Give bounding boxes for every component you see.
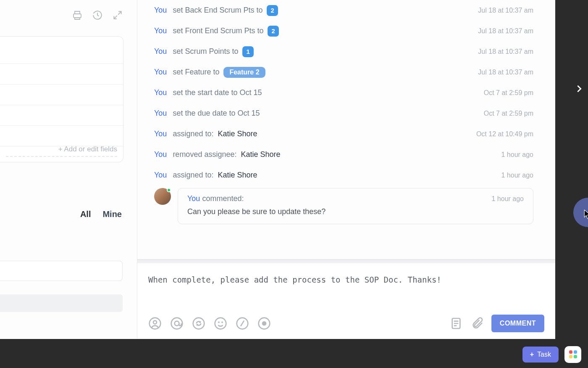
svg-point-4	[175, 321, 179, 326]
emoji-icon[interactable]	[214, 317, 227, 330]
assignee-name[interactable]: Katie Shore	[218, 130, 257, 138]
actor-link[interactable]: You	[154, 26, 167, 35]
value-badge: 2	[268, 26, 278, 37]
timestamp: Jul 18 at 10:37 am	[478, 27, 533, 35]
svg-point-8	[222, 322, 222, 323]
svg-point-5	[193, 318, 205, 329]
comment-composer: COMMENT	[137, 263, 555, 339]
activity-text: assigned to:	[173, 171, 213, 180]
assignee-name[interactable]: Katie Shore	[218, 171, 257, 180]
actor-link[interactable]: You	[154, 6, 167, 15]
activity-row: Youset Scrum Points to1Jul 18 at 10:37 a…	[137, 41, 555, 62]
svg-point-11	[262, 322, 266, 325]
sidebar-search-row[interactable]	[0, 261, 123, 281]
activity-row: Youset Back End Scrum Pts to2Jul 18 at 1…	[137, 0, 555, 21]
svg-point-2	[153, 320, 157, 324]
task-sidebar: + Add or edit fields All Mine	[0, 0, 137, 339]
sidebar-footer-bar	[0, 294, 123, 312]
actor-link[interactable]: You	[154, 47, 167, 56]
assignee-name[interactable]: Katie Shore	[241, 150, 280, 159]
plus-icon: +	[530, 351, 534, 358]
comment-input[interactable]	[148, 275, 544, 304]
comment-submit-button[interactable]: COMMENT	[491, 315, 544, 332]
field-row[interactable]	[0, 64, 123, 85]
actor-link[interactable]: You	[154, 171, 167, 180]
svg-rect-0	[74, 14, 81, 18]
activity-text: set Back End Scrum Pts to	[173, 6, 262, 15]
activity-row: Youset the due date to Oct 15Oct 7 at 2:…	[137, 103, 555, 124]
add-edit-fields-button[interactable]: + Add or edit fields	[6, 145, 117, 157]
attachment-tabs: All Mine	[0, 209, 122, 219]
timestamp: Oct 7 at 2:59 pm	[484, 110, 533, 117]
activity-text: set Scrum Points to	[173, 47, 238, 56]
actor-link[interactable]: You	[154, 68, 167, 77]
activity-row: Youassigned to: Katie ShoreOct 12 at 10:…	[137, 124, 555, 144]
cursor-pointer-icon	[584, 209, 588, 220]
global-bottom-bar: + Task	[0, 341, 588, 368]
activity-row: Youset Feature toFeature 2Jul 18 at 10:3…	[137, 62, 555, 82]
refresh-icon[interactable]	[192, 317, 205, 330]
svg-point-7	[218, 322, 219, 323]
timestamp: 1 hour ago	[491, 195, 524, 203]
activity-text: set Feature to	[173, 68, 219, 77]
record-icon[interactable]	[257, 317, 271, 330]
field-row[interactable]	[0, 85, 123, 105]
new-task-button[interactable]: + Task	[522, 347, 559, 363]
actor-link[interactable]: You	[154, 109, 167, 118]
value-badge: 2	[267, 5, 278, 16]
comment-card: You commented: 1 hour ago Can you please…	[154, 188, 533, 224]
activity-row: Youassigned to: Katie Shore1 hour ago	[137, 165, 555, 185]
mention-icon[interactable]	[170, 317, 184, 330]
actor-link[interactable]: You	[154, 130, 167, 138]
timestamp: 1 hour ago	[501, 151, 533, 159]
activity-text: set Front End Scrum Pts to	[173, 26, 263, 35]
actor-link[interactable]: You	[154, 88, 167, 97]
slash-command-icon[interactable]	[236, 317, 249, 330]
activity-text: set the start date to Oct 15	[173, 88, 262, 97]
activity-row: Youset Front End Scrum Pts to2Jul 18 at …	[137, 21, 555, 41]
composer-divider	[137, 259, 555, 263]
comment-body: Can you please be sure to update these?	[187, 207, 524, 216]
history-icon[interactable]	[91, 8, 104, 22]
svg-point-6	[215, 318, 226, 329]
document-icon[interactable]	[449, 317, 463, 330]
field-row[interactable]	[0, 126, 123, 146]
field-row[interactable]	[0, 105, 123, 126]
activity-text: assigned to:	[173, 130, 213, 138]
tab-all[interactable]: All	[80, 209, 91, 219]
timestamp: Jul 18 at 10:37 am	[478, 48, 533, 56]
assign-comment-icon[interactable]	[148, 317, 162, 330]
activity-row: Youset the start date to Oct 15Oct 7 at …	[137, 82, 555, 103]
actor-link[interactable]: You	[154, 150, 167, 159]
custom-fields-card: + Add or edit fields	[0, 36, 123, 162]
comment-label: commented:	[202, 194, 244, 203]
tab-mine[interactable]: Mine	[102, 209, 122, 219]
activity-row: Youremoved assignee: Katie Shore1 hour a…	[137, 144, 555, 165]
apps-button[interactable]	[564, 346, 581, 363]
activity-panel: Youset Back End Scrum Pts to2Jul 18 at 1…	[137, 0, 555, 339]
attachment-icon[interactable]	[470, 317, 484, 330]
timestamp: Jul 18 at 10:37 am	[478, 7, 533, 14]
field-row[interactable]	[0, 43, 123, 64]
presence-indicator	[167, 188, 171, 192]
next-task-button[interactable]	[570, 80, 588, 98]
value-pill: Feature 2	[223, 67, 265, 78]
cursor-highlight	[573, 198, 588, 227]
activity-text: removed assignee:	[173, 150, 236, 159]
timestamp: Oct 12 at 10:49 pm	[476, 130, 533, 138]
avatar[interactable]	[154, 188, 171, 205]
activity-text: set the due date to Oct 15	[173, 109, 260, 118]
timestamp: 1 hour ago	[501, 172, 533, 179]
timestamp: Jul 18 at 10:37 am	[478, 69, 533, 76]
print-icon[interactable]	[71, 8, 84, 22]
expand-icon[interactable]	[111, 8, 124, 22]
value-badge: 1	[242, 46, 253, 57]
timestamp: Oct 7 at 2:59 pm	[484, 89, 533, 97]
new-task-label: Task	[537, 351, 551, 358]
actor-link[interactable]: You	[187, 194, 200, 203]
